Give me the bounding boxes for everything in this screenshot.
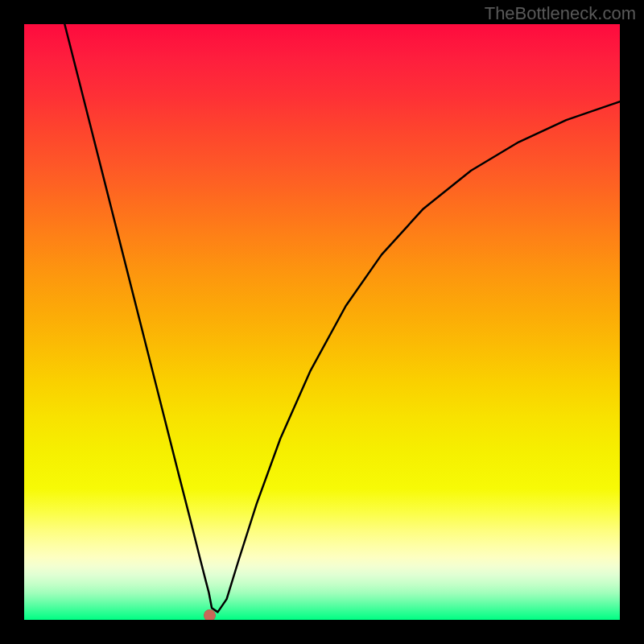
watermark-text: TheBottleneck.com: [485, 3, 636, 24]
plot-area: [24, 24, 620, 620]
chart-frame: TheBottleneck.com: [0, 0, 644, 644]
curve-path: [64, 24, 620, 612]
minimum-marker: [204, 609, 216, 620]
curve-svg: [24, 24, 620, 620]
